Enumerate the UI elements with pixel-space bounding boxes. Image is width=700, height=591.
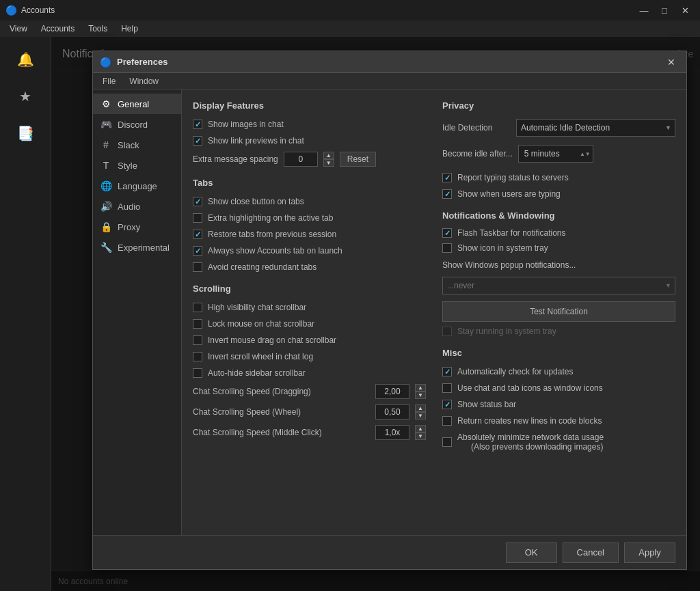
become-idle-row: Become idle after... 1 minute 5 minutes …	[442, 145, 675, 163]
general-icon: ⚙	[100, 98, 112, 109]
preferences-dialog: 🔵 Preferences ✕ File Window ⚙ General	[92, 51, 687, 570]
stay-running-row: Stay running in system tray	[442, 326, 675, 337]
audio-icon: 🔊	[100, 201, 112, 212]
menu-accounts[interactable]: Accounts	[34, 23, 81, 35]
stay-running-label: Stay running in system tray	[457, 327, 556, 336]
spacing-reset-button[interactable]: Reset	[340, 152, 376, 167]
nav-discord[interactable]: 🎮 Discord	[93, 114, 181, 135]
wheel-speed-label: Chat Scrolling Speed (Wheel)	[193, 407, 370, 417]
show-previews-label: Show link previews in chat	[208, 136, 304, 146]
nav-general[interactable]: ⚙ General	[93, 94, 181, 114]
tab-label-1: Extra highlighting on the active tab	[208, 213, 333, 223]
scrolling-section: Scrolling High visibility chat scrollbar…	[193, 284, 426, 440]
dialog-close-button[interactable]: ✕	[663, 55, 679, 70]
wheel-down[interactable]: ▼	[415, 412, 426, 420]
nav-style[interactable]: T Style	[93, 155, 181, 176]
spacing-up-arrow[interactable]: ▲	[323, 152, 334, 159]
nav-experimental[interactable]: 🔧 Experimental	[93, 237, 181, 258]
idle-detection-select[interactable]: Automatic Idle Detection Manual	[516, 119, 675, 137]
tab-checkbox-4[interactable]	[193, 262, 202, 272]
nav-audio[interactable]: 🔊 Audio	[93, 196, 181, 217]
misc-checkbox-2[interactable]	[442, 400, 452, 409]
spacing-down-arrow[interactable]: ▼	[323, 159, 334, 167]
scroll-checkbox-2[interactable]	[193, 335, 202, 345]
middle-speed-label: Chat Scrolling Speed (Middle Click)	[193, 428, 370, 437]
report-typing-row: Report typing status to servers	[442, 172, 675, 183]
middle-speed-input[interactable]	[375, 425, 409, 440]
tab-checkbox-0[interactable]	[193, 197, 202, 206]
maximize-button[interactable]: □	[655, 3, 674, 17]
tab-item-3: Always show Accounts tab on launch	[193, 245, 426, 256]
nav-notifications-icon[interactable]: 🔔	[8, 42, 42, 77]
scroll-item-1: Lock mouse on chat scrollbar	[193, 318, 426, 329]
nav-language[interactable]: 🌐 Language	[93, 176, 181, 196]
style-icon: T	[100, 160, 112, 171]
nav-slack[interactable]: # Slack	[93, 135, 181, 155]
menu-tools[interactable]: Tools	[81, 23, 114, 35]
notifications-section: Notifications & Windowing Flash Taskbar …	[442, 210, 675, 337]
dialog-menu-file[interactable]: File	[96, 75, 122, 87]
idle-time-select[interactable]: 1 minute 5 minutes 10 minutes 30 minutes	[518, 145, 593, 163]
wheel-speed-input[interactable]	[375, 404, 409, 420]
misc-checkbox-4[interactable]	[442, 437, 452, 447]
show-previews-row: Show link previews in chat	[193, 135, 426, 146]
misc-label-2: Show status bar	[457, 400, 516, 409]
show-typing-checkbox[interactable]	[442, 189, 452, 199]
misc-checkbox-0[interactable]	[442, 367, 452, 376]
show-typing-label: Show when users are typing	[457, 189, 561, 199]
tab-checkbox-3[interactable]	[193, 246, 202, 256]
middle-up[interactable]: ▲	[415, 425, 426, 432]
spacing-input[interactable]	[284, 152, 318, 167]
spacing-row: Extra message spacing ▲ ▼ Reset	[193, 152, 426, 167]
dialog-footer: OK Cancel Apply	[93, 535, 686, 569]
pref-content: Display Features Show images in chat Sho…	[182, 90, 686, 535]
menu-help[interactable]: Help	[114, 23, 145, 35]
scrolling-title: Scrolling	[193, 284, 426, 294]
test-notification-button[interactable]: Test Notification	[442, 301, 675, 322]
cancel-button[interactable]: Cancel	[563, 542, 619, 563]
close-button[interactable]: ✕	[675, 3, 695, 17]
flash-taskbar-checkbox[interactable]	[442, 228, 452, 238]
tab-checkbox-1[interactable]	[193, 213, 202, 223]
minimize-button[interactable]: —	[634, 3, 654, 17]
tab-checkbox-2[interactable]	[193, 230, 202, 239]
dialog-body: ⚙ General 🎮 Discord # Slack T Style	[93, 90, 686, 535]
content-area: Notifications ✕ + Delete 🔵 Preferences ✕…	[51, 37, 700, 591]
flash-taskbar-label: Flash Taskbar for notifications	[457, 228, 566, 238]
pref-right-column: Privacy Idle Detection Automatic Idle De…	[442, 100, 675, 524]
tabs-section: Tabs Show close button on tabs Extra hig…	[193, 178, 426, 273]
misc-checkbox-1[interactable]	[442, 383, 452, 393]
dragging-down[interactable]: ▼	[415, 391, 426, 399]
scroll-checkbox-3[interactable]	[193, 352, 202, 361]
popup-notif-label: Show Windows popup notifications...	[442, 260, 576, 270]
middle-down[interactable]: ▼	[415, 432, 426, 440]
dragging-up[interactable]: ▲	[415, 384, 426, 391]
slack-icon: #	[100, 139, 112, 150]
dialog-menu-window[interactable]: Window	[122, 75, 165, 87]
middle-speed-row: Chat Scrolling Speed (Middle Click) ▲ ▼	[193, 425, 426, 440]
nav-proxy[interactable]: 🔒 Proxy	[93, 217, 181, 237]
dragging-speed-input[interactable]	[375, 384, 409, 399]
scroll-checkbox-4[interactable]	[193, 368, 202, 378]
nav-tabs-icon[interactable]: 📑	[8, 116, 42, 150]
scroll-checkbox-1[interactable]	[193, 319, 202, 329]
scroll-item-4: Auto-hide sidebar scrollbar	[193, 368, 426, 379]
menu-view[interactable]: View	[3, 23, 34, 35]
pref-sidebar: ⚙ General 🎮 Discord # Slack T Style	[93, 90, 182, 535]
show-images-checkbox[interactable]	[193, 120, 202, 129]
nav-favorites-icon[interactable]: ★	[8, 79, 42, 113]
ok-button[interactable]: OK	[506, 542, 557, 563]
dragging-speed-row: Chat Scrolling Speed (Dragging) ▲ ▼	[193, 384, 426, 399]
show-icon-label: Show icon in system tray	[457, 243, 548, 253]
show-icon-checkbox[interactable]	[442, 243, 452, 253]
wheel-up[interactable]: ▲	[415, 404, 426, 412]
tab-label-3: Always show Accounts tab on launch	[208, 246, 342, 256]
report-typing-checkbox[interactable]	[442, 173, 452, 182]
scroll-checkbox-0[interactable]	[193, 303, 202, 312]
scroll-item-3: Invert scroll wheel in chat log	[193, 351, 426, 362]
apply-button[interactable]: Apply	[624, 542, 675, 563]
popup-notif-select[interactable]: ...never ...always ...when minimized	[442, 277, 675, 294]
misc-checkbox-3[interactable]	[442, 416, 452, 426]
spacing-spin-arrows: ▲ ▼	[323, 152, 334, 167]
show-previews-checkbox[interactable]	[193, 136, 202, 146]
